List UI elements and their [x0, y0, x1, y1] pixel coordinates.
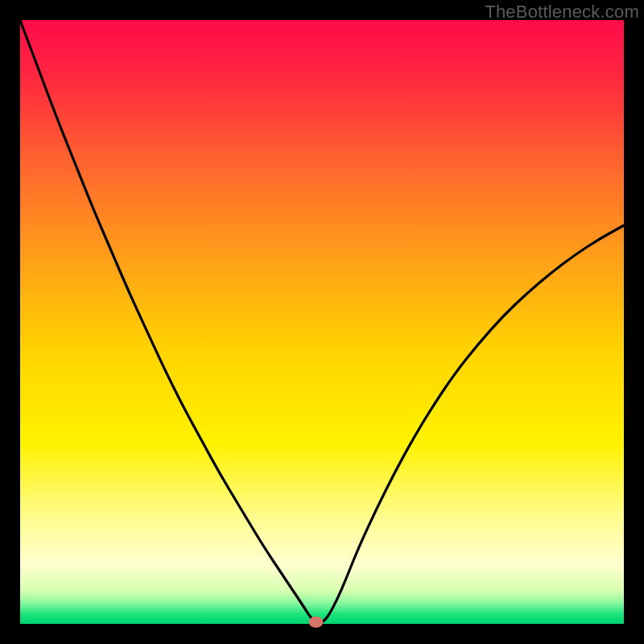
minimum-marker [309, 617, 324, 628]
chart-frame: TheBottleneck.com [0, 0, 644, 644]
plot-background [20, 20, 624, 624]
watermark-text: TheBottleneck.com [485, 2, 639, 23]
bottleneck-chart [0, 0, 644, 644]
